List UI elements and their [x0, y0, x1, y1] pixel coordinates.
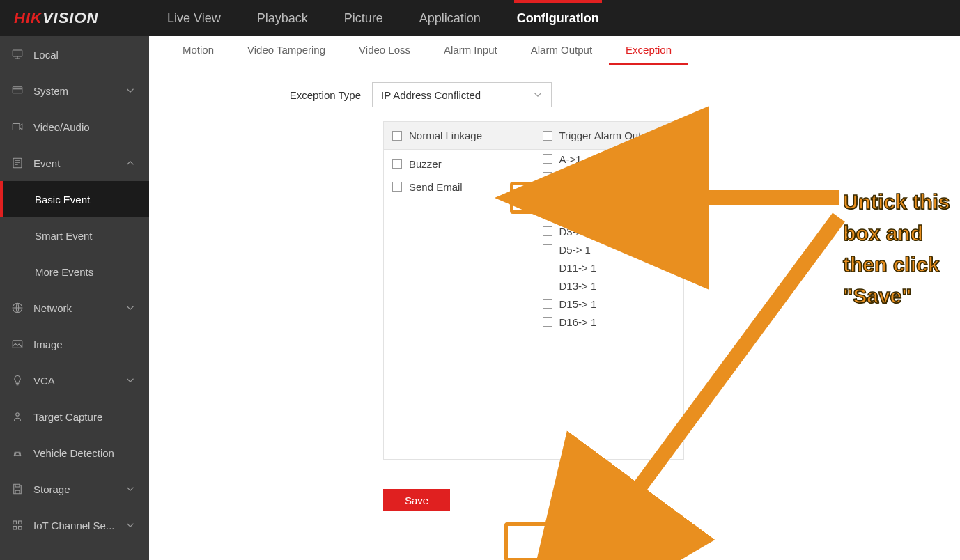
sidebar-item-local[interactable]: Local: [0, 36, 149, 72]
top-nav: Live View Playback Picture Application C…: [149, 0, 617, 36]
sidebar-item-label: Basic Event: [35, 194, 90, 205]
tab-alarm-output[interactable]: Alarm Output: [514, 36, 609, 65]
sidebar-item-vca[interactable]: VCA: [0, 362, 149, 398]
trigger-row[interactable]: D11-> 1: [534, 258, 684, 277]
nav-application[interactable]: Application: [401, 0, 499, 36]
save-icon: [11, 483, 24, 495]
checkbox[interactable]: [543, 190, 552, 200]
tab-video-loss[interactable]: Video Loss: [342, 36, 427, 65]
checkbox[interactable]: [392, 182, 402, 192]
monitor-icon: [11, 48, 24, 61]
checkbox[interactable]: [543, 317, 552, 327]
sidebar-sub-basic-event[interactable]: Basic Event: [0, 181, 149, 217]
tab-label: Alarm Input: [444, 44, 497, 56]
video-icon: [11, 120, 24, 133]
checkbox[interactable]: [543, 208, 552, 218]
tab-alarm-input[interactable]: Alarm Input: [427, 36, 514, 65]
svg-point-6: [16, 413, 20, 417]
trigger-row[interactable]: D16-> 1: [534, 313, 684, 331]
sidebar-item-iot[interactable]: IoT Channel Se...: [0, 507, 149, 543]
tab-video-tampering[interactable]: Video Tampering: [231, 36, 342, 65]
sidebar-item-storage[interactable]: Storage: [0, 471, 149, 507]
trigger-row[interactable]: A->1: [534, 150, 684, 168]
normal-linkage-column: Normal Linkage Buzzer Send Email: [384, 122, 534, 459]
sidebar-item-label: VCA: [33, 375, 55, 387]
trigger-alarm-header[interactable]: Trigger Alarm Out…: [534, 122, 684, 150]
save-button[interactable]: Save: [383, 489, 450, 511]
topbar: HIKVISION Live View Playback Picture App…: [0, 0, 960, 36]
checkbox[interactable]: [392, 131, 402, 141]
tab-label: Video Loss: [359, 44, 410, 56]
sidebar: Local System Video/Audio Event Basic Eve…: [0, 36, 149, 560]
sidebar-item-label: Network: [33, 302, 72, 314]
checkbox[interactable]: [543, 281, 552, 290]
sidebar-item-vehicle-detection[interactable]: Vehicle Detection: [0, 435, 149, 471]
brand-logo: HIKVISION: [0, 9, 149, 27]
sidebar-item-label: IoT Channel Se...: [33, 520, 114, 531]
checkbox[interactable]: [543, 226, 552, 236]
exception-type-row: Exception Type IP Address Conflicted: [274, 82, 960, 107]
brand-part1: HIK: [14, 9, 42, 26]
checkbox[interactable]: [543, 263, 552, 272]
row-label: D13-> 1: [559, 280, 597, 292]
tab-motion[interactable]: Motion: [166, 36, 231, 65]
row-label: Send Email: [409, 181, 463, 193]
linkage-row-send-email[interactable]: Send Email: [384, 178, 534, 196]
trigger-row[interactable]: A->3: [534, 186, 684, 204]
svg-point-8: [19, 453, 20, 455]
chevron-down-icon: [124, 84, 137, 97]
trigger-row[interactable]: D5-> 1: [534, 240, 684, 258]
trigger-alarm-body: A->1 A->2 A->3 A->4 D3-> 1 D5-> 1 D11-> …: [534, 150, 684, 459]
svg-rect-12: [19, 527, 22, 530]
tab-exception[interactable]: Exception: [609, 36, 688, 65]
checkbox[interactable]: [543, 172, 552, 182]
checkbox[interactable]: [543, 131, 552, 141]
exception-type-select[interactable]: IP Address Conflicted: [372, 82, 552, 107]
nav-playback[interactable]: Playback: [239, 0, 326, 36]
sidebar-item-label: Vehicle Detection: [33, 447, 114, 459]
sidebar-sub-more-events[interactable]: More Events: [0, 254, 149, 290]
normal-linkage-header[interactable]: Normal Linkage: [384, 122, 534, 150]
trigger-row[interactable]: D3-> 1: [534, 222, 684, 240]
checkbox[interactable]: [543, 244, 552, 254]
nav-configuration[interactable]: Configuration: [499, 0, 617, 36]
sidebar-item-image[interactable]: Image: [0, 326, 149, 362]
sidebar-item-system[interactable]: System: [0, 72, 149, 109]
checkbox[interactable]: [392, 159, 402, 169]
sidebar-item-network[interactable]: Network: [0, 290, 149, 326]
trigger-alarm-column: Trigger Alarm Out… A->1 A->2 A->3 A->4 D…: [534, 122, 684, 459]
linkage-row-buzzer[interactable]: Buzzer: [384, 150, 534, 178]
normal-linkage-body: Buzzer Send Email: [384, 150, 534, 459]
sidebar-item-label: Storage: [33, 483, 70, 495]
trigger-row[interactable]: A->4: [534, 204, 684, 222]
trigger-row[interactable]: D13-> 1: [534, 277, 684, 295]
svg-rect-9: [13, 521, 17, 524]
nav-picture[interactable]: Picture: [326, 0, 401, 36]
row-label: D3-> 1: [559, 226, 591, 238]
sidebar-item-event[interactable]: Event: [0, 145, 149, 181]
row-label: A->3: [559, 189, 582, 201]
system-icon: [11, 84, 24, 97]
sidebar-item-label: Event: [33, 157, 60, 169]
brand-part2: VISION: [42, 9, 99, 26]
row-label: D11-> 1: [559, 262, 597, 274]
nav-label: Live View: [167, 11, 221, 26]
svg-point-7: [15, 453, 16, 455]
nav-label: Application: [419, 11, 481, 26]
select-value: IP Address Conflicted: [381, 89, 481, 101]
trigger-row[interactable]: D15-> 1: [534, 295, 684, 313]
checkbox[interactable]: [543, 154, 552, 164]
checkbox[interactable]: [543, 299, 552, 309]
nav-live-view[interactable]: Live View: [149, 0, 239, 36]
sidebar-item-video-audio[interactable]: Video/Audio: [0, 109, 149, 145]
svg-rect-11: [13, 527, 17, 530]
nav-label: Configuration: [517, 11, 599, 26]
button-label: Save: [405, 495, 428, 506]
row-label: A->1: [559, 153, 582, 165]
row-label: D5-> 1: [559, 244, 591, 256]
sidebar-sub-smart-event[interactable]: Smart Event: [0, 217, 149, 254]
sidebar-item-target-capture[interactable]: Target Capture: [0, 398, 149, 435]
annotation-highlight-save: [504, 522, 594, 560]
svg-rect-1: [13, 87, 22, 93]
trigger-row[interactable]: A->2: [534, 168, 684, 186]
